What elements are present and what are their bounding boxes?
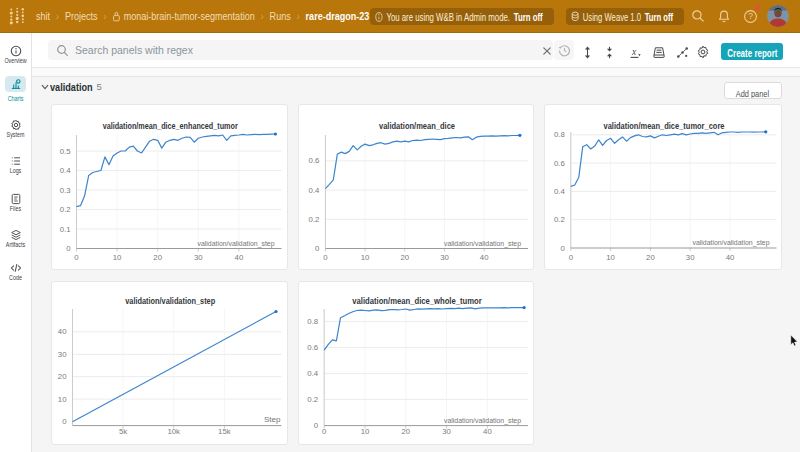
svg-text:20: 20 (153, 253, 162, 262)
svg-text:0: 0 (322, 427, 327, 436)
svg-text:0: 0 (313, 421, 318, 430)
svg-text:validation/validation_step: validation/validation_step (198, 239, 275, 248)
svg-text:0: 0 (315, 244, 320, 253)
svg-text:validation/validation_step: validation/validation_step (692, 238, 769, 247)
svg-text:validation/validation_step: validation/validation_step (444, 239, 521, 248)
svg-text:30: 30 (194, 253, 203, 262)
svg-text:0.4: 0.4 (60, 166, 72, 175)
svg-text:5k: 5k (119, 427, 127, 436)
svg-text:Step: Step (264, 415, 281, 424)
svg-text:0: 0 (560, 244, 565, 253)
svg-text:0.2: 0.2 (307, 395, 318, 404)
svg-text:30: 30 (58, 350, 67, 359)
svg-text:0.8: 0.8 (307, 317, 318, 326)
svg-text:validation/mean_dice_whole_tum: validation/mean_dice_whole_tumor (352, 296, 482, 306)
svg-text:validation/validation_step: validation/validation_step (444, 416, 521, 425)
svg-text:0.2: 0.2 (60, 205, 71, 214)
svg-text:0: 0 (66, 244, 71, 253)
svg-text:0.5: 0.5 (60, 147, 72, 156)
svg-text:0.2: 0.2 (553, 215, 564, 224)
svg-text:0.4: 0.4 (307, 369, 319, 378)
svg-text:40: 40 (483, 427, 492, 436)
svg-text:10: 10 (606, 253, 615, 262)
svg-text:0: 0 (323, 253, 328, 262)
svg-text:30: 30 (442, 427, 451, 436)
svg-text:validation/mean_dice_enhanced_: validation/mean_dice_enhanced_tumor (103, 121, 238, 131)
svg-text:0.4: 0.4 (553, 187, 565, 196)
svg-text:20: 20 (646, 253, 655, 262)
svg-text:30: 30 (685, 253, 694, 262)
svg-text:20: 20 (400, 253, 409, 262)
svg-text:validation/validation_step: validation/validation_step (125, 296, 215, 306)
svg-text:30: 30 (440, 253, 449, 262)
svg-text:0.6: 0.6 (553, 159, 564, 168)
svg-text:40: 40 (235, 253, 244, 262)
svg-text:validation/mean_dice_tumor_cor: validation/mean_dice_tumor_core (603, 121, 724, 131)
svg-text:validation/mean_dice: validation/mean_dice (379, 121, 455, 131)
svg-text:0.2: 0.2 (308, 215, 319, 224)
svg-text:0: 0 (568, 253, 573, 262)
svg-text:0.8: 0.8 (553, 130, 564, 139)
svg-text:0: 0 (74, 253, 79, 262)
svg-text:15k: 15k (218, 427, 231, 436)
svg-text:10: 10 (58, 395, 67, 404)
svg-text:0.6: 0.6 (307, 343, 318, 352)
svg-text:10: 10 (360, 253, 369, 262)
svg-text:40: 40 (58, 327, 67, 336)
svg-text:40: 40 (479, 253, 488, 262)
svg-text:40: 40 (725, 253, 734, 262)
svg-text:10: 10 (113, 253, 122, 262)
svg-text:?: ? (748, 11, 753, 21)
svg-text:0.6: 0.6 (308, 156, 319, 165)
svg-text:10k: 10k (167, 427, 180, 436)
svg-text:x: x (631, 47, 637, 57)
svg-text:0.1: 0.1 (60, 225, 71, 234)
svg-text:10: 10 (360, 427, 369, 436)
svg-text:0.3: 0.3 (60, 186, 71, 195)
svg-text:0.4: 0.4 (308, 186, 320, 195)
svg-text:20: 20 (58, 372, 67, 381)
svg-text:0: 0 (62, 417, 67, 426)
svg-text:20: 20 (401, 427, 410, 436)
